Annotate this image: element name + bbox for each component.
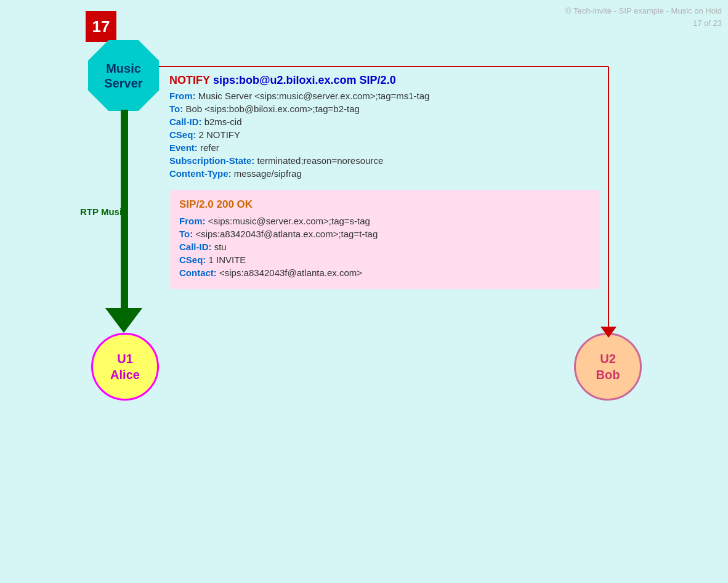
notify-substate-line: Subscription-State: terminated;reason=no… [169, 155, 601, 166]
notify-request-line: NOTIFY sips:bob@u2.biloxi.ex.com SIP/2.0 [169, 74, 601, 87]
response-contact-line: Contact: <sips:a8342043f@atlanta.ex.com> [179, 267, 591, 278]
response-callid-key: Call-ID: [179, 242, 212, 252]
rtp-label: RTP Music [80, 206, 127, 217]
notify-to-key: To: [169, 104, 183, 114]
rtp-arrowhead [105, 308, 142, 333]
notify-callid-key: Call-ID: [169, 116, 202, 127]
notify-to-val: Bob <sips:bob@biloxi.ex.com>;tag=b2-tag [185, 104, 359, 114]
response-block: SIP/2.0 200 OK From: <sips:music@server.… [169, 190, 601, 289]
notify-substate-key: Subscription-State: [169, 155, 254, 166]
response-from-key: From: [179, 216, 206, 226]
watermark-line1: © Tech-invite - SIP example - Music on H… [565, 5, 722, 17]
notify-event-val: refer [200, 142, 219, 153]
notify-contenttype-val: message/sipfrag [234, 168, 302, 179]
notify-method: NOTIFY [169, 74, 210, 86]
notify-from-val: Music Server <sips:music@server.ex.com>;… [198, 91, 430, 101]
notify-from-key: From: [169, 91, 196, 101]
response-from-line: From: <sips:music@server.ex.com>;tag=s-t… [179, 216, 591, 226]
notify-substate-val: terminated;reason=noresource [257, 155, 384, 166]
response-cseq-key: CSeq: [179, 255, 206, 265]
response-to-val: <sips:a8342043f@atlanta.ex.com>;tag=t-ta… [195, 229, 378, 239]
response-cseq-val: 1 INVITE [209, 255, 246, 265]
notify-from-line: From: Music Server <sips:music@server.ex… [169, 91, 601, 101]
u1-alice-node: U1Alice [91, 333, 159, 401]
notify-cseq-key: CSeq: [169, 129, 196, 140]
u1-label: U1Alice [110, 351, 140, 383]
notify-contenttype-line: Content-Type: message/sipfrag [169, 168, 601, 179]
response-callid-val: stu [214, 242, 227, 252]
music-server-label: MusicServer [104, 61, 142, 91]
response-from-val: <sips:music@server.ex.com>;tag=s-tag [208, 216, 370, 226]
notify-to-line: To: Bob <sips:bob@biloxi.ex.com>;tag=b2-… [169, 104, 601, 114]
watermark-line2: 17 of 23 [565, 17, 722, 30]
response-status: SIP/2.0 200 OK [179, 198, 591, 211]
notify-callid-val: b2ms-cid [204, 116, 242, 127]
response-cseq-line: CSeq: 1 INVITE [179, 255, 591, 265]
notify-cseq-val: 2 NOTIFY [199, 129, 241, 140]
response-callid-line: Call-ID: stu [179, 242, 591, 252]
u2-label: U2Bob [596, 351, 620, 383]
notify-uri: sips:bob@u2.biloxi.ex.com SIP/2.0 [213, 74, 396, 86]
message-block: NOTIFY sips:bob@u2.biloxi.ex.com SIP/2.0… [169, 74, 601, 289]
response-to-line: To: <sips:a8342043f@atlanta.ex.com>;tag=… [179, 229, 591, 239]
step-number: 17 [92, 17, 110, 36]
watermark: © Tech-invite - SIP example - Music on H… [565, 5, 722, 29]
response-contact-val: <sips:a8342043f@atlanta.ex.com> [219, 267, 362, 278]
step-badge: 17 [86, 11, 116, 42]
notify-event-key: Event: [169, 142, 198, 153]
notify-contenttype-key: Content-Type: [169, 168, 232, 179]
response-to-key: To: [179, 229, 193, 239]
response-contact-key: Contact: [179, 267, 217, 278]
music-server-node: MusicServer [88, 40, 159, 111]
notify-callid-line: Call-ID: b2ms-cid [169, 116, 601, 127]
notify-cseq-line: CSeq: 2 NOTIFY [169, 129, 601, 140]
u2-bob-node: U2Bob [574, 333, 642, 401]
notify-event-line: Event: refer [169, 142, 601, 153]
